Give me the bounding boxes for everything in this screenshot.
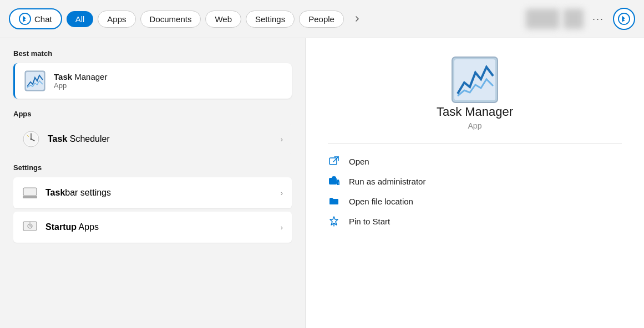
startup-apps-name: Startup Apps bbox=[45, 222, 99, 232]
chevron-right-icon-3: › bbox=[281, 223, 283, 232]
chevron-right-icon-2: › bbox=[281, 189, 283, 197]
run-as-admin-action[interactable]: Run as administrator bbox=[328, 175, 622, 187]
more-button[interactable]: ··· bbox=[588, 11, 608, 27]
svg-point-19 bbox=[337, 180, 339, 182]
app-large-name: Task Manager bbox=[437, 105, 513, 119]
taskbar-settings-left: Taskbar settings bbox=[22, 185, 111, 201]
svg-rect-11 bbox=[23, 196, 37, 198]
open-label: Open bbox=[349, 157, 369, 166]
left-panel: Best match Task Manager App bbox=[0, 38, 305, 328]
apps-label: Apps bbox=[107, 14, 126, 24]
people-pill[interactable]: People bbox=[299, 11, 344, 28]
startup-apps-left: Startup Apps bbox=[22, 219, 99, 235]
folder-icon bbox=[328, 195, 340, 207]
all-label: All bbox=[75, 14, 85, 24]
apps-section-title: Apps bbox=[13, 110, 292, 118]
web-pill[interactable]: Web bbox=[205, 11, 241, 28]
right-panel: Task Manager App Open bbox=[305, 38, 644, 328]
best-match-name: Task Manager bbox=[54, 72, 107, 81]
settings-pill[interactable]: Settings bbox=[246, 11, 295, 28]
svg-point-9 bbox=[31, 139, 32, 140]
best-match-sub: App bbox=[54, 81, 107, 90]
documents-pill[interactable]: Documents bbox=[140, 11, 201, 28]
taskbar-settings-name: Taskbar settings bbox=[45, 188, 111, 198]
action-list: Open Run as administrator bbox=[328, 155, 622, 227]
settings-label: Settings bbox=[255, 14, 285, 24]
app-large-sub: App bbox=[468, 121, 482, 130]
best-match-highlight: Task bbox=[54, 72, 72, 81]
startup-apps-icon bbox=[22, 219, 38, 235]
profile-image-2 bbox=[564, 9, 584, 29]
admin-label: Run as administrator bbox=[349, 177, 425, 186]
profile-image-1 bbox=[526, 9, 559, 29]
svg-rect-17 bbox=[329, 178, 337, 184]
topbar: Chat All Apps Documents Web Settings Peo… bbox=[0, 0, 644, 38]
chevron-right-icon: › bbox=[281, 135, 283, 144]
web-label: Web bbox=[215, 14, 232, 24]
svg-rect-16 bbox=[329, 158, 337, 165]
arrow-right-icon bbox=[354, 16, 361, 22]
documents-label: Documents bbox=[150, 14, 192, 24]
svg-rect-10 bbox=[23, 188, 37, 196]
task-scheduler-item[interactable]: Task Scheduler › bbox=[13, 124, 292, 155]
taskbar-settings-icon bbox=[22, 185, 38, 201]
best-match-title: Best match bbox=[13, 49, 292, 58]
task-scheduler-icon bbox=[22, 130, 40, 148]
svg-rect-3 bbox=[26, 72, 44, 90]
main-content: Best match Task Manager App bbox=[0, 38, 644, 328]
open-action[interactable]: Open bbox=[328, 155, 622, 167]
task-manager-large-icon bbox=[450, 55, 500, 105]
bing-circle-button[interactable] bbox=[613, 8, 635, 30]
people-label: People bbox=[308, 14, 334, 24]
best-match-card[interactable]: Task Manager App bbox=[13, 63, 292, 99]
admin-icon bbox=[328, 175, 340, 187]
bing-icon bbox=[19, 13, 31, 25]
chat-label: Chat bbox=[34, 14, 52, 24]
open-icon bbox=[328, 155, 340, 167]
pin-label: Pin to Start bbox=[349, 217, 390, 226]
task-scheduler-left: Task Scheduler bbox=[22, 130, 110, 148]
open-file-location-action[interactable]: Open file location bbox=[328, 195, 622, 207]
best-match-text: Task Manager App bbox=[54, 72, 107, 90]
apps-pill[interactable]: Apps bbox=[98, 11, 135, 28]
folder-label: Open file location bbox=[349, 197, 413, 206]
settings-section-title: Settings bbox=[13, 163, 292, 172]
chat-button[interactable]: Chat bbox=[9, 8, 62, 29]
task-manager-icon bbox=[24, 70, 46, 92]
bing-circle-icon bbox=[618, 13, 630, 25]
taskbar-settings-item[interactable]: Taskbar settings › bbox=[13, 177, 292, 208]
task-scheduler-name: Task Scheduler bbox=[48, 134, 110, 144]
startup-apps-item[interactable]: Startup Apps › bbox=[13, 212, 292, 243]
divider bbox=[328, 144, 622, 144]
all-button[interactable]: All bbox=[67, 11, 94, 27]
pin-to-start-action[interactable]: Pin to Start bbox=[328, 215, 622, 227]
nav-forward-button[interactable] bbox=[348, 10, 366, 28]
pin-icon bbox=[328, 215, 340, 227]
